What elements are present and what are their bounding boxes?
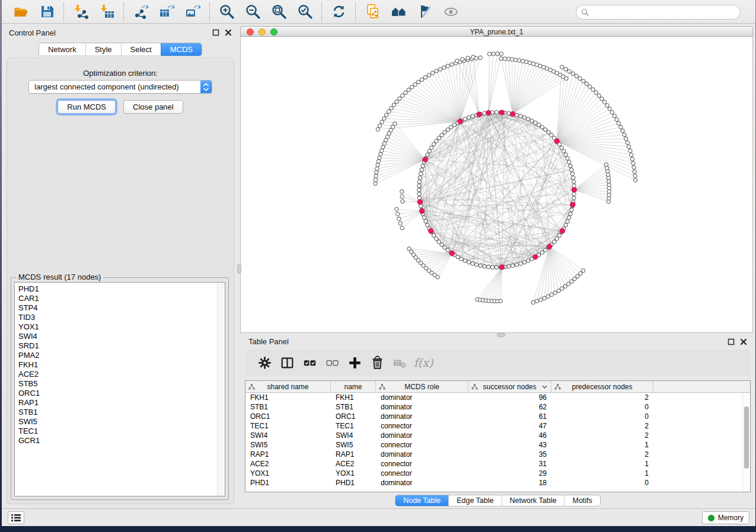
- mcds-result-item[interactable]: ACE2: [18, 370, 215, 379]
- task-history-button[interactable]: [8, 511, 24, 524]
- mcds-result-item[interactable]: PHD1: [18, 284, 215, 294]
- export-network-icon[interactable]: [132, 3, 149, 21]
- mcds-result-item[interactable]: SRD1: [18, 341, 215, 351]
- import-table-icon[interactable]: [98, 3, 116, 21]
- search-box[interactable]: [576, 5, 741, 20]
- vertical-splitter-handle[interactable]: [237, 264, 241, 274]
- optimization-criterion-dropdown[interactable]: largest connected component (undirected): [28, 80, 212, 94]
- mcds-result-item[interactable]: YOX1: [18, 322, 215, 332]
- cell-mcds_role: connector: [376, 469, 468, 477]
- close-icon[interactable]: [740, 338, 747, 345]
- mcds-result-item[interactable]: GCR1: [18, 436, 215, 446]
- mcds-result-item[interactable]: SWI5: [18, 417, 215, 427]
- table-row[interactable]: TEC1TEC1connector472: [245, 421, 750, 431]
- tab-style[interactable]: Style: [85, 43, 121, 56]
- table-toolbar: f(x): [246, 350, 749, 376]
- column-label: name: [344, 383, 362, 391]
- export-image-icon[interactable]: [184, 3, 202, 21]
- float-icon[interactable]: [728, 338, 735, 345]
- duplicate-network-icon[interactable]: [363, 3, 381, 21]
- mcds-result-item[interactable]: PMA2: [18, 351, 215, 360]
- table-tabs: Node TableEdge TableNetwork TableMotifs: [395, 495, 601, 507]
- control-panel-window-buttons: [212, 29, 232, 36]
- table-row[interactable]: ORC1ORC1dominator610: [245, 412, 750, 421]
- eye-icon[interactable]: [442, 3, 460, 21]
- tab-network-table[interactable]: Network Table: [502, 495, 564, 506]
- tab-mcds[interactable]: MCDS: [161, 43, 202, 56]
- mcds-result-item[interactable]: STB1: [18, 408, 215, 417]
- refresh-icon[interactable]: [330, 3, 347, 21]
- export-table-icon[interactable]: [158, 3, 176, 21]
- column-header-name[interactable]: name: [331, 381, 376, 392]
- save-icon[interactable]: [38, 3, 56, 21]
- delete-row-icon[interactable]: [367, 354, 387, 371]
- column-header-shared-name[interactable]: shared name: [245, 381, 331, 392]
- cell-shared_name: FKH1: [245, 393, 331, 402]
- memory-button[interactable]: Memory: [702, 511, 749, 524]
- close-icon[interactable]: [225, 29, 232, 36]
- close-panel-button[interactable]: Close panel: [123, 100, 183, 114]
- column-label: successor nodes: [483, 383, 536, 391]
- cell-predecessor_nodes: 2: [551, 422, 653, 430]
- table-row[interactable]: STB1STB1dominator620: [245, 402, 750, 412]
- cell-name: ORC1: [331, 412, 376, 421]
- zoom-fit-icon[interactable]: [270, 3, 288, 21]
- status-bar: Memory: [2, 508, 755, 526]
- column-header-successor-nodes[interactable]: successor nodes: [468, 381, 551, 392]
- dropdown-selected-value: largest connected component (undirected): [29, 82, 200, 91]
- cell-successor_nodes: 62: [468, 403, 551, 411]
- mcds-result-item[interactable]: SWI4: [18, 332, 215, 341]
- column-header-MCDS-role[interactable]: MCDS role: [376, 381, 468, 392]
- cell-shared_name: YOX1: [245, 469, 331, 477]
- table-row[interactable]: SWI5SWI5connector431: [245, 440, 750, 450]
- network-canvas[interactable]: [240, 37, 753, 333]
- table-row[interactable]: SWI4SWI4dominator462: [245, 431, 750, 440]
- main-toolbar: [2, 0, 755, 24]
- tab-network[interactable]: Network: [39, 43, 85, 56]
- show-columns-icon[interactable]: [277, 354, 297, 371]
- column-label: predecessor nodes: [572, 383, 632, 391]
- table-scrollbar-thumb[interactable]: [744, 406, 749, 469]
- zoom-out-icon[interactable]: [244, 3, 261, 21]
- mcds-result-item[interactable]: ORC1: [18, 389, 215, 398]
- add-row-icon[interactable]: [344, 354, 365, 371]
- open-folder-icon[interactable]: [12, 3, 30, 21]
- tab-edge-table[interactable]: Edge Table: [448, 495, 501, 506]
- hide-graphics-icon[interactable]: [416, 3, 433, 21]
- result-list-scrollbar[interactable]: [217, 283, 225, 496]
- settings-gear-icon[interactable]: [254, 354, 275, 371]
- mcds-result-item[interactable]: CAR1: [18, 294, 215, 303]
- table-row[interactable]: RAP1RAP1dominator352: [245, 450, 750, 459]
- mcds-result-item[interactable]: STB5: [18, 379, 215, 389]
- table-body: FKH1FKH1dominator962STB1STB1dominator620…: [245, 393, 750, 488]
- import-network-icon[interactable]: [72, 3, 90, 21]
- cell-mcds_role: connector: [376, 441, 468, 449]
- column-header-predecessor-nodes[interactable]: predecessor nodes: [551, 381, 653, 392]
- table-scrollbar[interactable]: [742, 393, 750, 492]
- run-mcds-button[interactable]: Run MCDS: [58, 100, 116, 114]
- search-input[interactable]: [592, 8, 735, 17]
- table-panel: Table Panel f(x) shared namenameMCDS rol…: [240, 334, 755, 508]
- mcds-result-item[interactable]: RAP1: [18, 398, 215, 408]
- table-row[interactable]: YOX1YOX1connector291: [245, 469, 750, 478]
- houses-icon[interactable]: [390, 3, 407, 21]
- network-graph[interactable]: [241, 37, 752, 332]
- zoom-selected-icon[interactable]: [296, 3, 314, 21]
- tab-motifs[interactable]: Motifs: [564, 495, 599, 506]
- mcds-result-item[interactable]: TID3: [18, 313, 215, 322]
- float-icon[interactable]: [212, 29, 219, 36]
- mcds-result-item[interactable]: FKH1: [18, 360, 215, 370]
- table-row[interactable]: ACE2ACE2connector311: [245, 459, 750, 469]
- network-titlebar[interactable]: YPA_prune.txt_1: [240, 26, 753, 37]
- table-row[interactable]: FKH1FKH1dominator962: [245, 393, 750, 402]
- select-all-icon[interactable]: [299, 354, 320, 371]
- zoom-in-icon[interactable]: [218, 3, 235, 21]
- cell-successor_nodes: 46: [468, 431, 551, 440]
- deselect-all-icon[interactable]: [322, 354, 342, 371]
- tab-node-table[interactable]: Node Table: [395, 495, 448, 506]
- mcds-result-item[interactable]: STP4: [18, 303, 215, 313]
- table-row[interactable]: PHD1PHD1dominator180: [245, 478, 750, 488]
- mcds-result-item[interactable]: TEC1: [18, 427, 215, 436]
- tab-select[interactable]: Select: [121, 43, 161, 56]
- table-panel-window-buttons: [728, 338, 747, 345]
